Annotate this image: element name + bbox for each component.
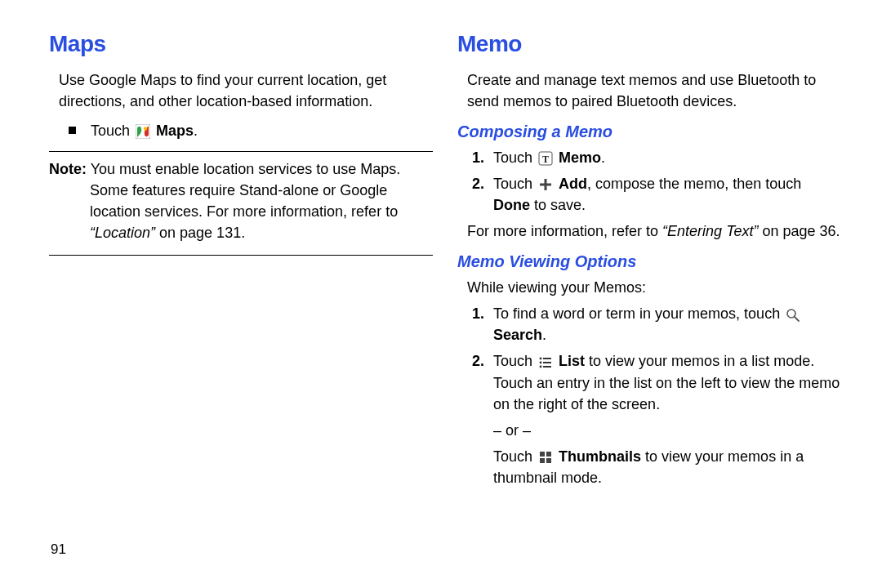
more-post: on page 36.: [758, 223, 840, 239]
view-step-2b: Touch Thumbnails to view your memos in a…: [457, 446, 841, 488]
note-post: on page 131.: [155, 225, 245, 241]
more-info: For more information, refer to “Entering…: [457, 220, 841, 242]
view-step-2: Touch List to view your memos in a list …: [493, 350, 841, 414]
or-divider: – or –: [457, 420, 841, 441]
note-body-pre: You must enable location services to use…: [87, 161, 400, 220]
maps-intro: Use Google Maps to find your current loc…: [49, 69, 433, 112]
thumbnails-icon: [538, 450, 553, 465]
v2a-bold: List: [559, 353, 585, 369]
maps-label: Maps: [156, 122, 194, 139]
v2b-pre: Touch: [493, 448, 537, 465]
view-step-1: To find a word or term in your memos, to…: [493, 303, 841, 345]
c1-suf: .: [601, 149, 605, 166]
c1-bold: Memo: [559, 149, 601, 166]
v1-suf: .: [542, 327, 546, 343]
view-intro: While viewing your Memos:: [457, 277, 841, 298]
svg-rect-5: [540, 184, 551, 186]
c2-add: Add: [559, 176, 587, 192]
svg-point-1: [144, 127, 147, 130]
manual-page: Maps Use Google Maps to find your curren…: [0, 0, 882, 493]
list-icon: [538, 355, 553, 370]
compose-step-1: Touch T Memo.: [493, 147, 841, 168]
v1-bold: Search: [493, 327, 542, 343]
memo-intro: Create and manage text memos and use Blu…: [457, 69, 841, 112]
heading-maps: Maps: [49, 28, 433, 61]
svg-rect-16: [540, 458, 545, 463]
column-right: Memo Create and manage text memos and us…: [457, 28, 841, 493]
svg-rect-13: [543, 366, 551, 368]
more-pre: For more information, refer to: [467, 223, 662, 239]
column-left: Maps Use Google Maps to find your curren…: [49, 28, 433, 493]
svg-rect-9: [543, 358, 551, 359]
maps-touch-instruction: Touch Maps.: [49, 117, 433, 145]
svg-point-12: [540, 365, 542, 368]
svg-rect-15: [546, 452, 551, 457]
c2-pre: Touch: [493, 176, 537, 192]
svg-point-10: [540, 361, 542, 363]
svg-rect-14: [540, 452, 545, 457]
v2a-pre: Touch: [493, 353, 537, 369]
v1-pre: To find a word or term in your memos, to…: [493, 305, 784, 322]
bullet-square-icon: [69, 127, 76, 134]
svg-rect-11: [543, 362, 551, 363]
note-ref: “Location”: [90, 225, 155, 241]
maps-icon: [136, 124, 150, 139]
memo-icon: T: [538, 151, 553, 166]
c2-suf: to save.: [530, 197, 586, 213]
c2-mid: , compose the memo, then touch: [587, 176, 801, 192]
compose-steps: Touch T Memo. Touch Add, comp: [457, 147, 841, 216]
svg-text:T: T: [542, 154, 549, 165]
compose-step-2: Touch Add, compose the memo, then touch …: [493, 173, 841, 216]
svg-point-8: [540, 357, 542, 359]
search-icon: [786, 308, 800, 323]
note-label: Note:: [49, 161, 87, 177]
c1-pre: Touch: [493, 149, 537, 166]
page-number: 91: [51, 540, 66, 560]
heading-memo: Memo: [457, 28, 841, 61]
v2b-bold: Thumbnails: [559, 448, 641, 465]
svg-line-7: [795, 317, 799, 321]
add-icon: [538, 177, 553, 192]
maps-note: Note: You must enable location services …: [49, 151, 433, 256]
subheading-viewing: Memo Viewing Options: [457, 250, 841, 274]
touch-prefix: Touch: [91, 122, 134, 139]
maps-suffix: .: [194, 122, 198, 139]
svg-rect-17: [546, 458, 551, 463]
view-steps: To find a word or term in your memos, to…: [457, 303, 841, 414]
more-ref: “Entering Text”: [662, 223, 758, 239]
subheading-composing: Composing a Memo: [457, 120, 841, 144]
c2-done: Done: [493, 197, 530, 213]
